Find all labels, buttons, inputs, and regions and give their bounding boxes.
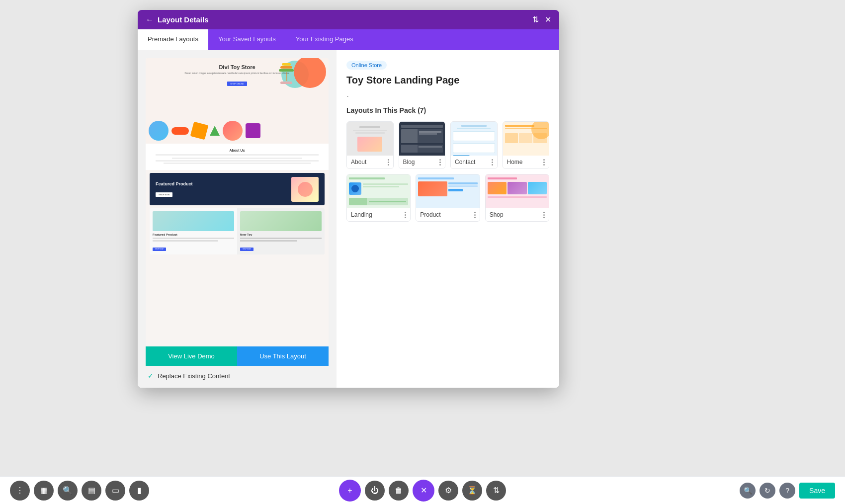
tab-premade[interactable]: Premade Layouts (138, 29, 208, 50)
layout-item-contact[interactable]: Contact (450, 121, 498, 169)
preview-new-toy-title: New Toy (240, 233, 322, 236)
adjust-icon[interactable]: ⇅ (532, 15, 539, 24)
toolbar-right: 🔍 ↻ ? Save (740, 483, 835, 499)
category-badge: Online Store (346, 61, 387, 70)
toolbar-mobile-button[interactable]: ▮ (129, 481, 149, 501)
toolbar-refresh-icon[interactable]: ↻ (760, 483, 775, 499)
layouts-grid-row1: About (346, 121, 549, 169)
tab-saved[interactable]: Your Saved Layouts (208, 29, 286, 50)
layout-more-home[interactable] (543, 159, 545, 166)
layout-tabs: Premade Layouts Your Saved Layouts Your … (138, 29, 559, 50)
preview-featured-btn: SHOP NOW (156, 192, 172, 197)
layout-more-about[interactable] (388, 159, 389, 166)
layout-dot: . (346, 89, 549, 99)
toolbar-trash-button[interactable]: 🗑 (389, 481, 409, 501)
toolbar-menu-button[interactable]: ⋮ (10, 481, 30, 501)
layout-footer-product: Product (416, 208, 479, 221)
layout-name-landing: Landing (351, 211, 372, 218)
layouts-section-title: Layouts In This Pack (7) (346, 106, 549, 114)
modal-title: Layout Details (158, 15, 209, 24)
preview-featured2-title: Featured Product (153, 233, 234, 236)
layout-title: Toy Store Landing Page (346, 75, 549, 86)
use-this-layout-button[interactable]: Use This Layout (237, 346, 329, 366)
layout-thumb-blog (399, 122, 445, 156)
layout-more-landing[interactable] (405, 212, 406, 218)
toolbar-settings-button[interactable]: ⚙ (438, 481, 458, 501)
toolbar-save-button[interactable]: Save (799, 483, 835, 499)
back-icon[interactable]: ← (146, 15, 154, 24)
layout-footer-blog: Blog (399, 156, 445, 168)
layout-footer-landing: Landing (347, 208, 410, 221)
layout-footer-shop: Shop (486, 208, 549, 221)
layout-thumb-landing (347, 174, 410, 208)
layout-item-about[interactable]: About (346, 121, 394, 169)
preview-hero-text: Donec rutrum congue leo eget malesuada. … (154, 72, 321, 75)
layout-name-product: Product (420, 211, 440, 218)
layout-name-blog: Blog (403, 159, 415, 166)
layout-item-product[interactable]: Product (416, 174, 480, 222)
preview-featured-title: Featured Product (156, 181, 193, 186)
preview-panel: Divi Toy Store Donec rutrum congue leo e… (138, 50, 337, 388)
layout-thumb-shop (486, 174, 549, 208)
layout-item-shop[interactable]: Shop (485, 174, 549, 222)
layout-name-home: Home (507, 159, 523, 166)
layout-footer-contact: Contact (451, 156, 497, 168)
replace-content-row: ✓ Replace Existing Content (146, 366, 329, 380)
layout-thumb-product (416, 174, 479, 208)
layout-footer-about: About (347, 156, 393, 168)
preview-image: Divi Toy Store Donec rutrum congue leo e… (146, 58, 329, 346)
layout-more-contact[interactable] (492, 159, 493, 166)
modal-body: Divi Toy Store Donec rutrum congue leo e… (138, 50, 559, 388)
preview-about-title: About Us (156, 149, 319, 152)
view-live-demo-button[interactable]: View Live Demo (146, 346, 237, 366)
layout-thumb-contact (451, 122, 497, 156)
toolbar-close-button[interactable]: ✕ (413, 480, 434, 502)
toolbar-tablet-button[interactable]: ▭ (105, 481, 125, 501)
layout-thumb-about (347, 122, 393, 156)
layout-footer-home: Home (503, 156, 549, 168)
toolbar-power-button[interactable]: ⏻ (365, 481, 385, 501)
toolbar-search-button[interactable]: 🔍 (58, 481, 78, 501)
close-icon[interactable]: ✕ (545, 15, 551, 24)
preview-hero-title: Divi Toy Store (154, 64, 321, 70)
layout-more-product[interactable] (474, 212, 476, 218)
layout-name-about: About (351, 159, 366, 166)
toolbar-help-icon[interactable]: ? (779, 483, 795, 499)
toolbar-columns-button[interactable]: ⇅ (486, 481, 506, 501)
replace-content-label: Replace Existing Content (158, 372, 230, 380)
toolbar-add-button[interactable]: + (339, 480, 361, 502)
toolbar-zoom-icon[interactable]: 🔍 (740, 483, 756, 499)
toolbar-desktop-button[interactable]: ▤ (82, 481, 101, 501)
replace-check-icon: ✓ (148, 372, 154, 380)
layout-name-shop: Shop (490, 211, 504, 218)
layout-more-shop[interactable] (543, 212, 545, 218)
layout-thumb-home (503, 122, 549, 156)
preview-actions: View Live Demo Use This Layout (146, 346, 329, 366)
modal-header: ← Layout Details ⇅ ✕ (138, 10, 559, 29)
layout-name-contact: Contact (455, 159, 475, 166)
tab-existing[interactable]: Your Existing Pages (286, 29, 363, 50)
layout-more-blog[interactable] (439, 159, 441, 166)
info-panel: Online Store Toy Store Landing Page . La… (337, 50, 559, 388)
layout-item-landing[interactable]: Landing (346, 174, 411, 222)
preview-hero-btn: SHOP ONLINE (227, 82, 247, 86)
layout-item-blog[interactable]: Blog (399, 121, 446, 169)
bottom-toolbar: ⋮ ▦ 🔍 ▤ ▭ ▮ + ⏻ 🗑 ✕ ⚙ ⏳ ⇅ 🔍 ↻ ? Save (0, 476, 845, 504)
layouts-grid-row2: Landing (346, 174, 549, 222)
toolbar-history-button[interactable]: ⏳ (462, 481, 482, 501)
toolbar-grid-button[interactable]: ▦ (34, 481, 54, 501)
layout-item-home[interactable]: Home (503, 121, 550, 169)
